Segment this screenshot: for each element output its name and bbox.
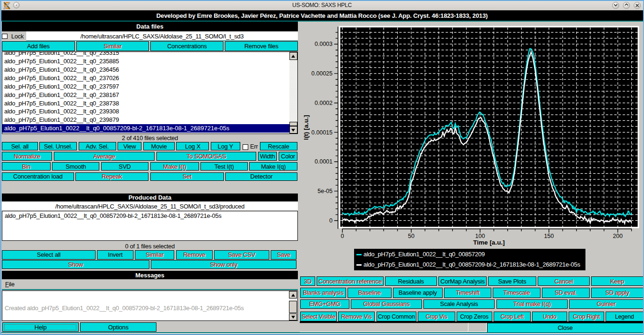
svg-text:150: 150: [544, 233, 554, 239]
svg-text:Time [a.u.]: Time [a.u.]: [473, 239, 504, 246]
svg-text:0: 0: [341, 233, 344, 239]
svg-text:I(t) [a.u.]: I(t) [a.u.]: [303, 115, 310, 140]
svg-text:0: 0: [329, 217, 333, 224]
svg-text:0.0003: 0.0003: [315, 41, 333, 47]
svg-text:0.00025: 0.00025: [311, 70, 333, 77]
svg-text:0.00015: 0.00015: [311, 129, 333, 136]
svg-text:5e-05: 5e-05: [318, 188, 333, 194]
svg-text:200: 200: [613, 233, 623, 239]
svg-text:100: 100: [475, 233, 485, 239]
svg-text:50: 50: [408, 233, 415, 239]
svg-text:0.0001: 0.0001: [315, 158, 333, 165]
svg-text:0.0002: 0.0002: [315, 100, 333, 106]
